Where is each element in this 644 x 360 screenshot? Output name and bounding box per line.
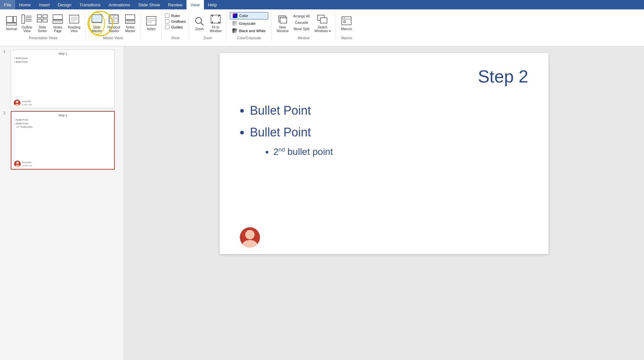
notes-page-button[interactable]: NotesPage xyxy=(50,12,65,35)
slide-1-title: Step 1 xyxy=(11,52,114,55)
bullet-2: Bullet Point 2nd bullet point xyxy=(250,122,528,160)
normal-view-label: Normal xyxy=(6,27,17,31)
guides-label: Guides xyxy=(171,25,183,29)
svg-rect-1 xyxy=(13,16,16,22)
svg-point-51 xyxy=(16,162,19,164)
current-slide-bullets: Bullet Point Bullet Point 2nd bullet poi… xyxy=(240,100,528,160)
switch-windows-button[interactable]: SwitchWindows ▾ xyxy=(312,12,332,35)
svg-rect-12 xyxy=(53,15,62,19)
menu-insert[interactable]: Insert xyxy=(35,0,54,9)
grayscale-label: Grayscale xyxy=(239,21,256,25)
guides-checkbox[interactable]: Guides xyxy=(165,25,185,29)
show-checkboxes: Ruler Gridlines Guides xyxy=(165,12,185,29)
menu-file[interactable]: File xyxy=(0,0,15,9)
slide-master-button[interactable]: SlideMaster xyxy=(89,12,105,35)
slide-thumb-2[interactable]: Step 2 • Bullet Point • Bullet Point • 2… xyxy=(11,111,115,170)
outline-view-label: OutlineView xyxy=(21,25,32,33)
slide-number-1: 1 xyxy=(3,50,9,54)
slide-sorter-label: SlideSorter xyxy=(38,25,47,33)
fit-window-button[interactable]: Fit toWindow xyxy=(208,12,224,35)
macros-group-label: Macros xyxy=(339,36,354,41)
outline-view-button[interactable]: OutlineView xyxy=(19,12,34,35)
bullet-2-sub: 2nd bullet point xyxy=(273,143,528,160)
new-window-icon xyxy=(277,14,288,25)
notes-page-icon xyxy=(52,14,63,25)
new-window-label: NewWindow xyxy=(277,25,289,33)
menu-help[interactable]: Help xyxy=(204,0,221,9)
slide-panel: 1 Step 1 • Bullet point • Bullet Point I… xyxy=(0,46,124,360)
ruler-input[interactable] xyxy=(165,13,169,18)
menu-design[interactable]: Design xyxy=(54,0,75,9)
svg-rect-28 xyxy=(114,19,118,22)
notes-icon xyxy=(146,16,157,26)
color-button[interactable]: Color xyxy=(230,12,268,19)
notes-button[interactable]: Notes xyxy=(144,12,159,35)
gridlines-checkbox[interactable]: Gridlines xyxy=(165,19,185,23)
handout-master-label: HandoutMaster xyxy=(108,25,120,33)
svg-rect-13 xyxy=(53,20,62,23)
ruler-label: Ruler xyxy=(171,14,180,18)
menu-home[interactable]: Home xyxy=(15,0,35,9)
move-split-label: Move Split xyxy=(293,27,309,31)
slide-avatar-large xyxy=(240,227,260,247)
bullet-1: Bullet Point xyxy=(250,100,528,122)
svg-point-52 xyxy=(15,165,20,167)
fit-window-icon xyxy=(210,14,221,25)
black-white-button[interactable]: Black and White xyxy=(230,27,268,34)
menu-slideshow[interactable]: Slide Show xyxy=(134,0,164,9)
new-window-button[interactable]: NewWindow xyxy=(275,12,291,35)
macros-button[interactable]: ⚙ Macros xyxy=(339,12,354,35)
normal-view-button[interactable]: Normal xyxy=(4,12,19,35)
ribbon-group-color-grayscale: Color Grayscale Black and White Color/Gr… xyxy=(227,11,271,41)
ribbon-group-show: Ruler Gridlines Guides Show xyxy=(162,11,189,41)
menu-view[interactable]: View xyxy=(186,0,204,9)
current-slide[interactable]: Step 2 Bullet Point Bullet Point 2nd bul… xyxy=(220,53,548,254)
svg-rect-27 xyxy=(110,19,113,22)
svg-rect-9 xyxy=(43,15,47,18)
outline-view-icon xyxy=(21,14,32,25)
grayscale-button[interactable]: Grayscale xyxy=(230,20,268,27)
svg-rect-3 xyxy=(22,15,24,23)
move-split-button[interactable]: Move Split xyxy=(291,26,312,32)
svg-point-53 xyxy=(245,230,255,239)
slide-2-title: Step 2 xyxy=(11,114,114,117)
slide-sorter-button[interactable]: SlideSorter xyxy=(35,12,50,35)
slide-thumb-1[interactable]: Step 1 • Bullet point • Bullet Point Ivo… xyxy=(11,50,115,108)
color-label: Color xyxy=(239,14,248,18)
notes-master-button[interactable]: NotesMaster xyxy=(123,12,138,35)
menu-review[interactable]: Review xyxy=(164,0,186,9)
color-options: Color Grayscale Black and White xyxy=(230,12,268,34)
handout-master-button[interactable]: HandoutMaster xyxy=(106,12,122,35)
svg-rect-44 xyxy=(320,18,327,23)
menu-bar: File Home Insert Design Transitions Anim… xyxy=(0,0,644,9)
current-slide-title: Step 2 xyxy=(240,66,528,86)
slide-master-icon xyxy=(92,14,102,25)
show-group-label: Show xyxy=(165,36,185,41)
svg-point-49 xyxy=(16,101,18,103)
svg-point-50 xyxy=(15,104,19,106)
color-swatch xyxy=(233,13,237,18)
menu-animations[interactable]: Animations xyxy=(105,0,134,9)
switch-windows-label: SwitchWindows ▾ xyxy=(314,25,330,33)
zoom-button[interactable]: Zoom xyxy=(192,12,207,35)
reading-view-button[interactable]: ReadingView xyxy=(66,12,82,35)
ribbon-group-window: NewWindow Arrange All Cascade Move Split xyxy=(272,11,336,41)
slide-number-2: 2 xyxy=(3,111,9,115)
reading-view-icon xyxy=(69,14,79,25)
svg-rect-22 xyxy=(93,15,101,21)
gridlines-input[interactable] xyxy=(165,19,169,23)
black-white-swatch xyxy=(232,28,237,33)
cascade-button[interactable]: Cascade xyxy=(291,20,312,25)
svg-rect-25 xyxy=(110,15,113,18)
ribbon-group-notes-btn: Notes xyxy=(141,11,162,41)
reading-view-label: ReadingView xyxy=(68,25,80,33)
ribbon: Normal OutlineView SlideSorter xyxy=(0,9,644,46)
menu-transitions[interactable]: Transitions xyxy=(75,0,105,9)
ruler-checkbox[interactable]: Ruler xyxy=(165,13,185,18)
arrange-all-button[interactable]: Arrange All xyxy=(291,13,312,19)
slide-1-avatar xyxy=(14,100,20,106)
guides-input[interactable] xyxy=(165,25,169,29)
svg-rect-33 xyxy=(147,16,156,25)
zoom-group-label: Zoom xyxy=(192,36,224,41)
svg-rect-29 xyxy=(125,15,135,19)
